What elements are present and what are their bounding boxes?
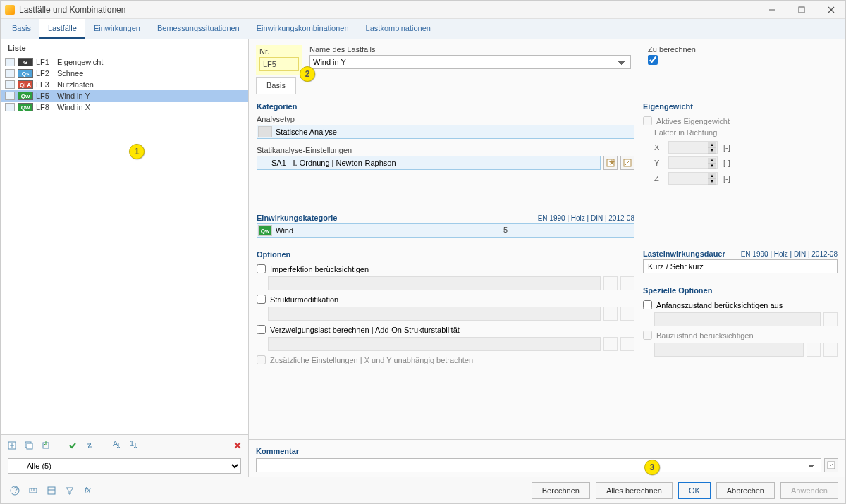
- category-badge: Qs: [18, 69, 33, 78]
- lasteinwirkung-meta: EN 1990 | Holz | DIN | 2012-08: [741, 250, 838, 258]
- list-item-num: LF5: [36, 92, 54, 100]
- svg-text:1: 1: [130, 441, 134, 448]
- tab-bemessungssituationen[interactable]: Bemessungssituationen: [149, 19, 248, 39]
- einwirkung-title: Einwirkungskategorie: [257, 211, 337, 223]
- category-badge: Qw: [18, 92, 33, 100]
- fx-icon[interactable]: fx: [81, 484, 95, 498]
- tab-basis[interactable]: Basis: [4, 19, 39, 39]
- opt-strukturmod-label: Strukturmodifikation: [270, 295, 338, 304]
- opt1-input: [268, 276, 601, 290]
- import-icon[interactable]: [39, 438, 53, 453]
- filter-icon[interactable]: [63, 484, 77, 498]
- list-item-name: Nutzlasten: [57, 80, 94, 89]
- einwirkung-kled: 5: [503, 226, 508, 234]
- spec1-checkbox[interactable]: [643, 300, 652, 309]
- to-calculate-checkbox[interactable]: [648, 55, 658, 65]
- check-icon[interactable]: [66, 438, 80, 453]
- minimize-button[interactable]: [762, 4, 782, 16]
- anwenden-button[interactable]: Anwenden: [780, 482, 838, 499]
- opt-verzweigung-checkbox[interactable]: [257, 325, 266, 334]
- statik-edit-icon[interactable]: [620, 156, 634, 170]
- analysetyp-chip: [258, 126, 272, 137]
- list-item[interactable]: Qi ALF3Nutzlasten: [1, 79, 248, 90]
- opt2-new-icon: [603, 307, 618, 321]
- abbrechen-button[interactable]: Abbrechen: [716, 482, 775, 499]
- list-item-num: LF3: [36, 80, 54, 89]
- spec1-input: [654, 312, 821, 326]
- statik-new-icon[interactable]: ★: [603, 156, 618, 170]
- factor-axis-label: Y: [654, 159, 663, 167]
- svg-rect-23: [48, 487, 55, 494]
- loadcase-name-select[interactable]: Wind in Y: [309, 55, 631, 69]
- nr-label: Nr.: [259, 47, 299, 56]
- lasteinwirkung-select[interactable]: Kurz / Sehr kurz: [643, 259, 838, 273]
- alles-berechnen-button[interactable]: Alles berechnen: [596, 482, 673, 499]
- opt2-input: [268, 307, 601, 321]
- statik-label: Statikanalyse-Einstellungen: [257, 146, 634, 154]
- factor-axis-label: Z: [654, 174, 663, 183]
- factor-unit: [-]: [723, 159, 730, 167]
- units-icon[interactable]: [26, 484, 40, 498]
- list-item[interactable]: QwLF5Wind in Y: [1, 90, 248, 102]
- new-item-icon[interactable]: [5, 438, 19, 453]
- maximize-button[interactable]: [792, 4, 811, 16]
- settings-icon[interactable]: [44, 484, 59, 498]
- list-item[interactable]: QwLF8Wind in X: [1, 102, 248, 113]
- factor-unit: [-]: [723, 174, 730, 183]
- subtab-basis[interactable]: Basis: [256, 77, 296, 94]
- analysetyp-label: Analysetyp: [257, 115, 634, 123]
- tab-lastkombinationen[interactable]: Lastkombinationen: [357, 19, 439, 39]
- tab-einwirkungskombinationen[interactable]: Einwirkungskombinationen: [248, 19, 357, 39]
- list-item-name: Schnee: [57, 69, 83, 78]
- sort-num-icon[interactable]: 1: [126, 438, 140, 453]
- tab-lastfälle[interactable]: Lastfälle: [39, 19, 85, 39]
- list-swatch: [5, 92, 15, 100]
- statik-select[interactable]: SA1 - I. Ordnung | Newton-Raphson: [257, 156, 601, 170]
- close-button[interactable]: [821, 4, 841, 16]
- opt-strukturmod-checkbox[interactable]: [257, 295, 266, 304]
- spec2-edit-icon: [823, 343, 838, 357]
- list-swatch: [5, 58, 15, 66]
- delete-icon[interactable]: [231, 439, 244, 452]
- load-case-list: GLF1EigengewichtQsLF2SchneeQi ALF3Nutzla…: [1, 55, 248, 434]
- ok-button[interactable]: OK: [678, 482, 711, 499]
- tab-einwirkungen[interactable]: Einwirkungen: [85, 19, 149, 39]
- list-filter-select[interactable]: Alle (5): [8, 458, 241, 474]
- category-badge: Qw: [18, 103, 33, 111]
- svg-text:fx: fx: [85, 486, 91, 494]
- svg-rect-1: [799, 7, 804, 13]
- opt-imperfektion-checkbox[interactable]: [257, 264, 266, 273]
- help-icon[interactable]: ?: [8, 484, 22, 498]
- window-title: Lastfälle und Kombinationen: [19, 5, 762, 15]
- spec2-label: Bauzustand berücksichtigen: [656, 331, 754, 340]
- list-item[interactable]: GLF1Eigengewicht: [1, 56, 248, 68]
- list-item-name: Eigengewicht: [57, 58, 103, 66]
- svg-text:★: ★: [608, 159, 615, 166]
- kommentar-input[interactable]: [256, 458, 821, 472]
- list-item-num: LF2: [36, 69, 54, 78]
- einwirkung-meta: EN 1990 | Holz | DIN | 2012-08: [538, 214, 634, 222]
- opt1-new-icon: [603, 276, 618, 290]
- kommentar-title: Kommentar: [256, 444, 838, 457]
- opt1-edit-icon: [620, 276, 634, 290]
- opt-imperfektion-label: Imperfektion berücksichtigen: [270, 265, 369, 273]
- einwirkung-select[interactable]: Wind: [257, 223, 634, 238]
- kategorien-title: Kategorien: [257, 99, 634, 112]
- opt-xy-label: Zusätzliche Einstellungen | X und Y unab…: [270, 356, 473, 364]
- berechnen-button[interactable]: Berechnen: [532, 482, 590, 499]
- nr-input[interactable]: [259, 57, 299, 71]
- list-item[interactable]: QsLF2Schnee: [1, 68, 248, 79]
- sort-alpha-icon[interactable]: A: [109, 438, 123, 453]
- copy-item-icon[interactable]: [22, 438, 36, 453]
- spec2-checkbox: [643, 331, 652, 340]
- svg-rect-20: [30, 488, 37, 493]
- spec1-label: Anfangszustand berücksichtigen aus: [656, 301, 783, 309]
- title-bar[interactable]: Lastfälle und Kombinationen: [1, 1, 845, 19]
- list-swatch: [5, 69, 15, 78]
- kommentar-edit-icon[interactable]: [824, 458, 838, 472]
- swap-icon[interactable]: [82, 438, 97, 453]
- factor-axis-label: X: [654, 143, 663, 152]
- annotation-badge-3: 3: [644, 460, 660, 475]
- factor-input-y: ▲▼: [668, 156, 718, 169]
- analysetyp-select[interactable]: Statische Analyse: [257, 125, 634, 139]
